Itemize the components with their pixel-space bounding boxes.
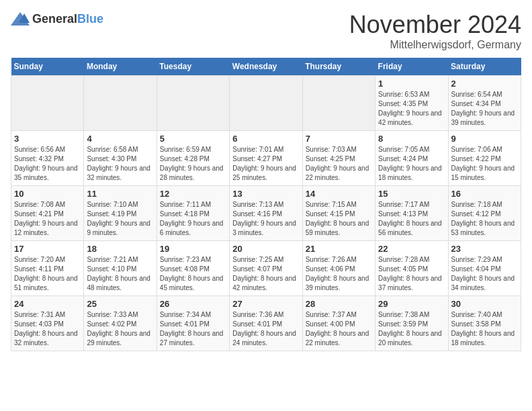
- calendar-cell-w2d2: 12Sunrise: 7:11 AM Sunset: 4:18 PM Dayli…: [157, 186, 229, 241]
- day-info: Sunrise: 7:23 AM Sunset: 4:08 PM Dayligh…: [160, 255, 226, 293]
- calendar-cell-w4d4: 28Sunrise: 7:37 AM Sunset: 4:00 PM Dayli…: [302, 296, 375, 351]
- calendar-cell-w3d6: 23Sunrise: 7:29 AM Sunset: 4:04 PM Dayli…: [448, 241, 521, 296]
- day-number: 19: [160, 244, 226, 254]
- day-number: 5: [160, 134, 226, 144]
- day-number: 2: [451, 79, 518, 89]
- calendar-cell-w1d4: 7Sunrise: 7:03 AM Sunset: 4:25 PM Daylig…: [302, 131, 375, 186]
- day-info: Sunrise: 7:33 AM Sunset: 4:02 PM Dayligh…: [87, 310, 153, 348]
- day-number: 11: [87, 189, 153, 199]
- weekday-header-sunday: Sunday: [11, 58, 84, 76]
- day-info: Sunrise: 7:18 AM Sunset: 4:12 PM Dayligh…: [451, 200, 518, 238]
- day-number: 29: [378, 299, 445, 309]
- day-number: 22: [378, 244, 445, 254]
- calendar-cell-w1d5: 8Sunrise: 7:05 AM Sunset: 4:24 PM Daylig…: [375, 131, 448, 186]
- logo: GeneralBlue: [11, 11, 103, 27]
- calendar-cell-w1d2: 5Sunrise: 6:59 AM Sunset: 4:28 PM Daylig…: [157, 131, 229, 186]
- day-number: 26: [160, 299, 226, 309]
- day-info: Sunrise: 6:56 AM Sunset: 4:32 PM Dayligh…: [14, 145, 81, 183]
- calendar-cell-w4d1: 25Sunrise: 7:33 AM Sunset: 4:02 PM Dayli…: [84, 296, 157, 351]
- day-number: 24: [14, 299, 81, 309]
- weekday-header-tuesday: Tuesday: [157, 58, 229, 76]
- day-number: 15: [378, 189, 445, 199]
- logo-icon: [11, 11, 30, 27]
- weekday-header-thursday: Thursday: [302, 58, 375, 76]
- weekday-header-saturday: Saturday: [448, 58, 521, 76]
- calendar-cell-w2d3: 13Sunrise: 7:13 AM Sunset: 4:16 PM Dayli…: [230, 186, 302, 241]
- day-number: 27: [232, 299, 299, 309]
- calendar-cell-w2d5: 15Sunrise: 7:17 AM Sunset: 4:13 PM Dayli…: [375, 186, 448, 241]
- day-info: Sunrise: 7:01 AM Sunset: 4:27 PM Dayligh…: [232, 145, 299, 183]
- day-number: 4: [87, 134, 153, 144]
- calendar-cell-w2d0: 10Sunrise: 7:08 AM Sunset: 4:21 PM Dayli…: [11, 186, 84, 241]
- day-info: Sunrise: 7:26 AM Sunset: 4:06 PM Dayligh…: [306, 255, 372, 293]
- day-number: 12: [160, 189, 226, 199]
- day-info: Sunrise: 7:05 AM Sunset: 4:24 PM Dayligh…: [378, 145, 445, 183]
- calendar-cell-w3d2: 19Sunrise: 7:23 AM Sunset: 4:08 PM Dayli…: [157, 241, 229, 296]
- calendar-cell-w0d1: [84, 76, 157, 131]
- day-number: 10: [14, 189, 81, 199]
- calendar-cell-w0d4: [302, 76, 375, 131]
- day-number: 1: [378, 79, 445, 89]
- day-info: Sunrise: 7:38 AM Sunset: 3:59 PM Dayligh…: [378, 310, 445, 348]
- day-info: Sunrise: 6:54 AM Sunset: 4:34 PM Dayligh…: [451, 90, 518, 128]
- day-info: Sunrise: 7:03 AM Sunset: 4:25 PM Dayligh…: [306, 145, 372, 183]
- page-header: GeneralBlue November 2024 Mittelherwigsd…: [11, 11, 521, 51]
- day-info: Sunrise: 7:13 AM Sunset: 4:16 PM Dayligh…: [232, 200, 299, 238]
- calendar-cell-w1d0: 3Sunrise: 6:56 AM Sunset: 4:32 PM Daylig…: [11, 131, 84, 186]
- calendar-cell-w0d0: [11, 76, 84, 131]
- title-area: November 2024 Mittelherwigsdorf, Germany: [349, 11, 521, 51]
- day-info: Sunrise: 7:31 AM Sunset: 4:03 PM Dayligh…: [14, 310, 81, 348]
- day-number: 17: [14, 244, 81, 254]
- month-title: November 2024: [349, 11, 521, 39]
- calendar-cell-w4d0: 24Sunrise: 7:31 AM Sunset: 4:03 PM Dayli…: [11, 296, 84, 351]
- day-info: Sunrise: 7:21 AM Sunset: 4:10 PM Dayligh…: [87, 255, 153, 293]
- calendar-cell-w0d3: [230, 76, 302, 131]
- calendar-cell-w4d6: 30Sunrise: 7:40 AM Sunset: 3:58 PM Dayli…: [448, 296, 521, 351]
- calendar-cell-w4d2: 26Sunrise: 7:34 AM Sunset: 4:01 PM Dayli…: [157, 296, 229, 351]
- calendar-cell-w2d4: 14Sunrise: 7:15 AM Sunset: 4:15 PM Dayli…: [302, 186, 375, 241]
- day-info: Sunrise: 6:53 AM Sunset: 4:35 PM Dayligh…: [378, 90, 445, 128]
- day-info: Sunrise: 7:06 AM Sunset: 4:22 PM Dayligh…: [451, 145, 518, 183]
- calendar-cell-w3d5: 22Sunrise: 7:28 AM Sunset: 4:05 PM Dayli…: [375, 241, 448, 296]
- day-number: 18: [87, 244, 153, 254]
- day-info: Sunrise: 7:34 AM Sunset: 4:01 PM Dayligh…: [160, 310, 226, 348]
- day-info: Sunrise: 7:28 AM Sunset: 4:05 PM Dayligh…: [378, 255, 445, 293]
- day-number: 21: [306, 244, 372, 254]
- calendar-cell-w4d3: 27Sunrise: 7:36 AM Sunset: 4:01 PM Dayli…: [230, 296, 302, 351]
- calendar-cell-w1d6: 9Sunrise: 7:06 AM Sunset: 4:22 PM Daylig…: [448, 131, 521, 186]
- day-number: 16: [451, 189, 518, 199]
- day-info: Sunrise: 7:36 AM Sunset: 4:01 PM Dayligh…: [232, 310, 299, 348]
- calendar-cell-w3d3: 20Sunrise: 7:25 AM Sunset: 4:07 PM Dayli…: [230, 241, 302, 296]
- day-info: Sunrise: 6:59 AM Sunset: 4:28 PM Dayligh…: [160, 145, 226, 183]
- calendar-cell-w3d1: 18Sunrise: 7:21 AM Sunset: 4:10 PM Dayli…: [84, 241, 157, 296]
- day-info: Sunrise: 7:11 AM Sunset: 4:18 PM Dayligh…: [160, 200, 226, 238]
- day-number: 6: [232, 134, 299, 144]
- weekday-header-friday: Friday: [375, 58, 448, 76]
- day-info: Sunrise: 6:58 AM Sunset: 4:30 PM Dayligh…: [87, 145, 153, 183]
- calendar-cell-w1d3: 6Sunrise: 7:01 AM Sunset: 4:27 PM Daylig…: [230, 131, 302, 186]
- calendar-cell-w3d0: 17Sunrise: 7:20 AM Sunset: 4:11 PM Dayli…: [11, 241, 84, 296]
- day-info: Sunrise: 7:37 AM Sunset: 4:00 PM Dayligh…: [306, 310, 372, 348]
- day-info: Sunrise: 7:25 AM Sunset: 4:07 PM Dayligh…: [232, 255, 299, 293]
- day-info: Sunrise: 7:29 AM Sunset: 4:04 PM Dayligh…: [451, 255, 518, 293]
- day-number: 7: [306, 134, 372, 144]
- logo-general: General: [32, 12, 77, 26]
- day-number: 3: [14, 134, 81, 144]
- day-info: Sunrise: 7:40 AM Sunset: 3:58 PM Dayligh…: [451, 310, 518, 348]
- day-info: Sunrise: 7:08 AM Sunset: 4:21 PM Dayligh…: [14, 200, 81, 238]
- day-number: 30: [451, 299, 518, 309]
- calendar-cell-w2d1: 11Sunrise: 7:10 AM Sunset: 4:19 PM Dayli…: [84, 186, 157, 241]
- calendar-cell-w1d1: 4Sunrise: 6:58 AM Sunset: 4:30 PM Daylig…: [84, 131, 157, 186]
- calendar-cell-w3d4: 21Sunrise: 7:26 AM Sunset: 4:06 PM Dayli…: [302, 241, 375, 296]
- day-number: 9: [451, 134, 518, 144]
- day-info: Sunrise: 7:10 AM Sunset: 4:19 PM Dayligh…: [87, 200, 153, 238]
- weekday-header-monday: Monday: [84, 58, 157, 76]
- day-number: 20: [232, 244, 299, 254]
- calendar-cell-w2d6: 16Sunrise: 7:18 AM Sunset: 4:12 PM Dayli…: [448, 186, 521, 241]
- day-number: 25: [87, 299, 153, 309]
- logo-blue: Blue: [77, 12, 103, 26]
- weekday-header-wednesday: Wednesday: [230, 58, 302, 76]
- calendar-cell-w0d6: 2Sunrise: 6:54 AM Sunset: 4:34 PM Daylig…: [448, 76, 521, 131]
- day-number: 28: [306, 299, 372, 309]
- day-info: Sunrise: 7:20 AM Sunset: 4:11 PM Dayligh…: [14, 255, 81, 293]
